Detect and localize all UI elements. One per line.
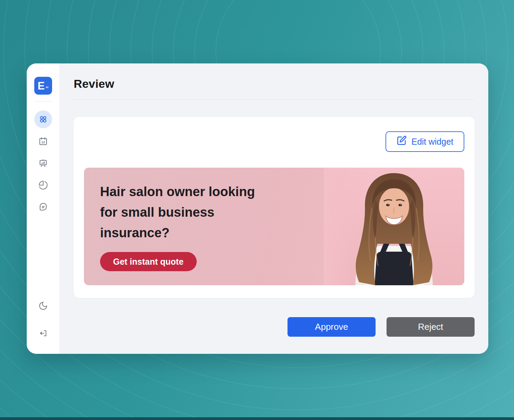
approve-button[interactable]: Approve [287, 317, 376, 337]
review-actions: Approve Reject [74, 317, 475, 337]
sidebar-item-dashboard[interactable] [34, 110, 52, 128]
sidebar-item-analytics[interactable] [34, 176, 52, 194]
app-logo[interactable]: E AI [34, 77, 52, 95]
sidebar-item-messages[interactable] [34, 198, 52, 216]
headline-line-3: insurance? [100, 223, 255, 243]
calendar-icon: 12 [38, 136, 48, 146]
card-toolbar: Edit widget [84, 131, 464, 152]
chat-icon [38, 202, 48, 212]
presentation-chart-icon [38, 158, 48, 168]
app-window: E AI 12 [27, 63, 488, 354]
get-instant-quote-button[interactable]: Get instant quote [100, 252, 197, 271]
headline-line-1: Hair salon owner looking [100, 181, 255, 202]
grid-icon [38, 115, 48, 124]
pie-chart-icon [38, 180, 48, 190]
logout-button[interactable] [34, 324, 52, 342]
moon-icon [38, 301, 48, 311]
logo-ai-badge: AI [46, 86, 48, 89]
logo-letter: E [38, 81, 45, 91]
calendar-day-number: 12 [41, 140, 45, 144]
reject-button[interactable]: Reject [387, 317, 475, 337]
banner-headline: Hair salon owner looking for small busin… [100, 181, 255, 243]
banner-copy: Hair salon owner looking for small busin… [100, 181, 255, 271]
header-divider [74, 99, 475, 100]
sidebar-divider [34, 101, 52, 101]
headline-line-2: for small business [100, 202, 255, 223]
dark-mode-toggle[interactable] [34, 297, 52, 315]
edit-widget-button[interactable]: Edit widget [386, 131, 464, 152]
woman-portrait-photo [324, 168, 464, 285]
ad-banner-preview: Hair salon owner looking for small busin… [84, 168, 464, 285]
sidebar: E AI 12 [27, 63, 59, 354]
sidebar-item-presentation[interactable] [34, 154, 52, 172]
widget-review-card: Edit widget Hair salon owner looking for… [74, 117, 475, 298]
logout-icon [38, 328, 48, 338]
sidebar-item-calendar[interactable]: 12 [34, 132, 52, 150]
sidebar-nav: 12 [34, 110, 52, 220]
sidebar-footer [34, 297, 52, 342]
edit-pencil-icon [396, 135, 407, 148]
page-title: Review [74, 77, 475, 91]
edit-widget-label: Edit widget [412, 137, 453, 147]
main-content: Review Edit widget Hair salon [59, 63, 488, 354]
